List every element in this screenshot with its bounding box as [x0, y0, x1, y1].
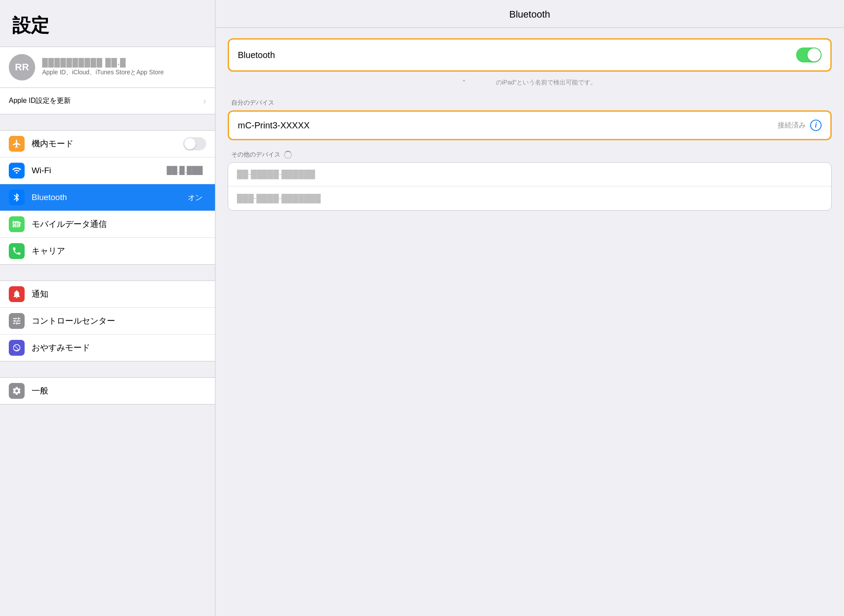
sidebar-item-carrier[interactable]: キャリア: [0, 238, 215, 264]
do-not-disturb-icon-box: [9, 340, 25, 356]
control-center-label: コントロールセンター: [32, 315, 206, 327]
sidebar-item-airplane[interactable]: 機内モード: [0, 131, 215, 157]
sidebar-title: 設定: [0, 0, 215, 47]
account-subtitle: Apple ID、iCloud、iTunes StoreとApp Store: [42, 69, 164, 77]
sidebar: 設定 RR ██████████ ██.█ Apple ID、iCloud、iT…: [0, 0, 215, 616]
bluetooth-value: オン: [188, 193, 203, 203]
svg-rect-0: [14, 224, 15, 227]
svg-rect-3: [18, 222, 19, 227]
my-devices-label: 自分のデバイス: [228, 93, 832, 110]
airplane-label: 機内モード: [32, 138, 183, 149]
notifications-icon: [12, 289, 22, 299]
device-card: mC-Print3-XXXXX 接続済み i: [228, 110, 832, 140]
carrier-icon-box: [9, 243, 25, 259]
bluetooth-row: Bluetooth: [229, 40, 830, 70]
notifications-label: 通知: [32, 288, 206, 300]
other-device-row-1[interactable]: ███-████-███████: [228, 186, 831, 210]
wifi-value: ██.█.███: [167, 166, 203, 175]
update-banner-text: Apple ID設定を更新: [9, 96, 71, 106]
other-device-name-0: ██-█████-██████: [237, 170, 315, 179]
device-name: mC-Print3-XXXXX: [238, 120, 309, 131]
device-status-wrap: 接続済み i: [778, 120, 822, 131]
cellular-icon: [12, 219, 22, 229]
account-info: ██████████ ██.█ Apple ID、iCloud、iTunes S…: [42, 58, 164, 77]
account-section[interactable]: RR ██████████ ██.█ Apple ID、iCloud、iTune…: [0, 47, 215, 88]
section-gap-1: [0, 114, 215, 130]
carrier-icon: [12, 246, 22, 256]
sidebar-item-general[interactable]: 一般: [0, 378, 215, 404]
other-devices-label-text: その他のデバイス: [231, 151, 280, 159]
sidebar-item-cellular[interactable]: モバイルデータ通信: [0, 211, 215, 238]
other-devices-label: その他のデバイス: [228, 145, 832, 162]
settings-group-general: 一般: [0, 377, 215, 405]
sidebar-item-wifi[interactable]: Wi-Fi ██.█.███: [0, 157, 215, 184]
control-center-icon: [12, 316, 22, 326]
settings-group-notifications: 通知 コントロールセンター おやすみモード: [0, 281, 215, 361]
right-header: Bluetooth: [215, 0, 844, 28]
right-panel: Bluetooth Bluetooth " のiPad"という名前で検出可能です…: [215, 0, 844, 616]
cellular-label: モバイルデータ通信: [32, 219, 206, 230]
control-center-icon-box: [9, 313, 25, 329]
do-not-disturb-icon: [12, 343, 22, 353]
carrier-label: キャリア: [32, 245, 206, 257]
bluetooth-icon: [12, 193, 22, 202]
chevron-right-icon: ›: [203, 96, 206, 106]
general-icon: [12, 386, 22, 396]
other-device-row-0[interactable]: ██-█████-██████: [228, 163, 831, 186]
airplane-icon-box: [9, 136, 25, 152]
bluetooth-icon-box: [9, 190, 25, 205]
discoverable-text: " のiPad"という名前で検出可能です。: [228, 76, 832, 93]
general-icon-box: [9, 383, 25, 399]
bluetooth-label: Bluetooth: [32, 193, 188, 202]
device-info-icon[interactable]: i: [810, 120, 822, 131]
section-gap-2: [0, 265, 215, 281]
other-device-name-1: ███-████-███████: [237, 194, 321, 203]
sidebar-item-control-center[interactable]: コントロールセンター: [0, 308, 215, 335]
airplane-icon: [12, 139, 22, 149]
wifi-icon: [12, 166, 22, 175]
bluetooth-toggle[interactable]: [796, 47, 822, 62]
right-panel-title: Bluetooth: [509, 9, 550, 20]
device-row[interactable]: mC-Print3-XXXXX 接続済み i: [229, 112, 830, 139]
settings-group-connectivity: 機内モード Wi-Fi ██.█.███ Bluetooth オン モバイルデー…: [0, 130, 215, 265]
general-label: 一般: [32, 385, 206, 397]
bluetooth-toggle-card: Bluetooth: [228, 38, 832, 72]
avatar: RR: [9, 54, 35, 80]
other-devices-list: ██-█████-██████ ███-████-███████: [228, 162, 832, 211]
sidebar-item-bluetooth[interactable]: Bluetooth オン: [0, 184, 215, 211]
cellular-icon-box: [9, 216, 25, 232]
svg-rect-1: [15, 222, 16, 227]
airplane-toggle[interactable]: [183, 137, 206, 150]
svg-rect-2: [17, 222, 18, 228]
bluetooth-row-label: Bluetooth: [238, 50, 275, 60]
section-gap-3: [0, 361, 215, 377]
sidebar-item-notifications[interactable]: 通知: [0, 281, 215, 308]
wifi-label: Wi-Fi: [32, 166, 167, 175]
device-status: 接続済み: [778, 121, 806, 130]
sidebar-item-do-not-disturb[interactable]: おやすみモード: [0, 335, 215, 361]
notifications-icon-box: [9, 286, 25, 302]
wifi-icon-box: [9, 163, 25, 179]
loading-spinner: [284, 151, 292, 159]
right-content: Bluetooth " のiPad"という名前で検出可能です。 自分のデバイス …: [215, 28, 844, 221]
account-name: ██████████ ██.█: [42, 58, 164, 67]
update-banner[interactable]: Apple ID設定を更新 ›: [0, 88, 215, 114]
do-not-disturb-label: おやすみモード: [32, 342, 206, 354]
